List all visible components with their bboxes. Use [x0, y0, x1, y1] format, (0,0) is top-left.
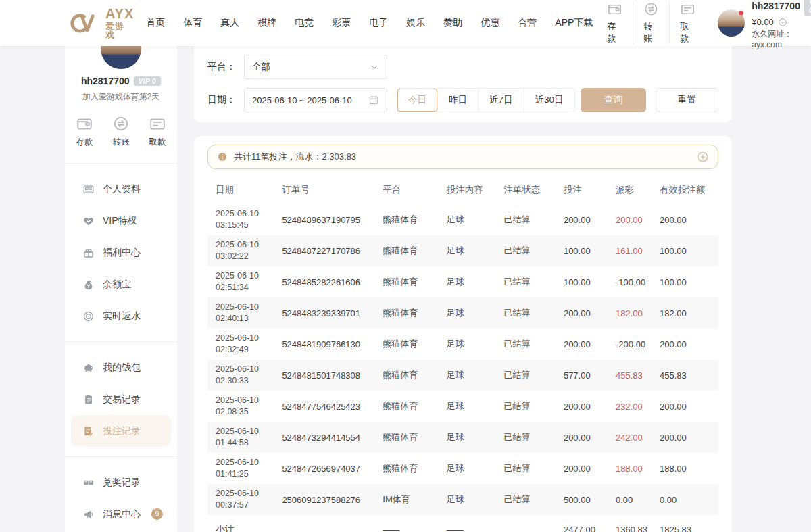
reset-button[interactable]: 重置	[656, 88, 718, 112]
cell-valid-amount: 455.83	[660, 360, 718, 391]
cell-order-number: 5248485282261606	[282, 266, 383, 297]
platform-label: 平台：	[207, 61, 244, 73]
nav-item-slots[interactable]: 电子	[365, 13, 392, 33]
cell-bet-content: 足球	[447, 266, 504, 297]
username: hh2817700	[752, 0, 800, 12]
table-row: 2025-06-1003:02:225248487227170786熊猫体育足球…	[207, 235, 718, 266]
sidebar-withdraw-button[interactable]: 取款	[149, 115, 166, 148]
cell-platform: 熊猫体育	[383, 204, 447, 235]
cell-platform: 熊猫体育	[383, 329, 447, 360]
subtotal-row: 小计————2477.001360.831825.83	[207, 515, 718, 532]
cell-order-number: 5248473294414554	[282, 422, 383, 453]
nav-item-chess[interactable]: 棋牌	[253, 13, 280, 33]
divider	[65, 163, 177, 164]
expand-plus-icon[interactable]	[697, 151, 709, 163]
range-last30-button[interactable]: 近30日	[524, 89, 574, 112]
refresh-balance-icon[interactable]	[778, 18, 787, 27]
range-last7-button[interactable]: 近7日	[478, 89, 524, 112]
cell-platform: 熊猫体育	[383, 360, 447, 391]
column-header: 投注	[564, 176, 616, 204]
range-yesterday-button[interactable]: 昨日	[437, 89, 478, 112]
brand-logo[interactable]: AYX 爱游戏	[65, 7, 134, 39]
sidebar-item-bet-records[interactable]: 投注记录	[71, 415, 171, 447]
cell-valid-amount: 0.00	[660, 484, 718, 515]
transfer-label: 转账	[643, 20, 659, 45]
sidebar-item-rebate[interactable]: 实时返水	[71, 300, 171, 332]
table-row: 2025-06-1003:15:455248489637190795熊猫体育足球…	[207, 204, 718, 235]
cell-payout: -100.00	[616, 266, 660, 297]
cell-valid-amount: 200.00	[660, 329, 718, 360]
nav-item-lottery[interactable]: 彩票	[328, 13, 355, 33]
subtotal-content: ——	[447, 515, 504, 532]
filter-panel: 平台： 全部 日期： 2025-06-10 ~ 2025-06-10 今日昨日近…	[194, 46, 732, 122]
sidebar-username: hh2817700	[81, 76, 130, 87]
date-range-input[interactable]: 2025-06-10 ~ 2025-06-10	[244, 88, 387, 112]
cell-order-number: 5248481501748308	[282, 360, 383, 391]
sidebar-item-transactions[interactable]: 交易记录	[71, 383, 171, 415]
date-range-value: 2025-06-10 ~ 2025-06-10	[252, 95, 352, 105]
withdraw-button[interactable]: 取款	[669, 1, 706, 45]
cell-valid-amount: 200.00	[660, 204, 718, 235]
nav-item-esports[interactable]: 电竞	[291, 13, 318, 33]
cell-date: 2025-06-1001:41:25	[207, 453, 282, 484]
subtotal-platform: ——	[383, 515, 447, 532]
nav-item-sponsor[interactable]: 赞助	[439, 13, 466, 33]
sidebar-item-wallet[interactable]: 我的钱包	[71, 352, 171, 383]
cell-platform: 熊猫体育	[383, 453, 447, 484]
subtotal-label: 小计	[207, 515, 282, 532]
query-button[interactable]: 查询	[581, 88, 646, 112]
cell-order-number: 5248487227170786	[282, 235, 383, 266]
sidebar-item-label: 实时返水	[103, 310, 141, 322]
nav-item-sports[interactable]: 体育	[179, 13, 206, 33]
sidebar-item-label: 交易记录	[103, 393, 141, 406]
sidebar-item-message-center[interactable]: 消息中心9	[71, 498, 171, 530]
nav-item-home[interactable]: 首页	[142, 13, 169, 33]
subtotal-order	[282, 515, 383, 532]
sidebar-item-yuebao[interactable]: 余额宝	[71, 268, 171, 300]
sidebar-deposit-button[interactable]: 存款	[76, 115, 93, 148]
nav-item-live[interactable]: 真人	[216, 13, 243, 33]
sidebar: hh2817700 VIP 0 加入爱游戏体育第2天 存款转账取款 个人资料VI…	[65, 46, 177, 532]
quick-range-group: 今日昨日近7日近30日	[397, 88, 575, 112]
cell-bet-amount: 500.00	[564, 484, 616, 515]
date-label: 日期：	[207, 94, 244, 106]
platform-select[interactable]: 全部	[244, 55, 387, 79]
sidebar-item-label: 个人资料	[103, 183, 141, 195]
sidebar-item-label: VIP特权	[103, 215, 137, 227]
table-row: 2025-06-1002:08:355248477546425423熊猫体育足球…	[207, 391, 718, 422]
cell-valid-amount: 100.00	[660, 266, 718, 297]
sidebar-item-prize-records[interactable]: 兑奖记录	[71, 466, 171, 498]
table-row: 2025-06-1001:44:585248473294414554熊猫体育足球…	[207, 422, 718, 453]
cell-payout: 242.00	[616, 422, 660, 453]
cell-platform: 熊猫体育	[383, 391, 447, 422]
calendar-icon	[368, 95, 379, 105]
range-today-button[interactable]: 今日	[397, 89, 437, 112]
cell-status: 已结算	[503, 297, 563, 329]
sidebar-item-vip[interactable]: VIP特权	[71, 205, 171, 237]
cell-status: 已结算	[503, 360, 563, 391]
nav-item-app-download[interactable]: APP下载	[551, 13, 597, 33]
notification-badge: 9	[151, 508, 163, 520]
cell-status: 已结算	[503, 235, 563, 266]
cell-bet-content: 足球	[447, 360, 504, 391]
user-avatar[interactable]	[718, 9, 745, 37]
withdraw-icon	[680, 1, 695, 17]
sidebar-item-welfare[interactable]: 福利中心	[71, 237, 171, 268]
sidebar-item-profile[interactable]: 个人资料	[71, 173, 171, 205]
nav-item-affiliate[interactable]: 合营	[514, 13, 541, 33]
cell-bet-content: 足球	[447, 235, 504, 266]
menu-group: 兑奖记录消息中心9意见反馈	[65, 460, 177, 532]
deposit-label: 存款	[607, 20, 622, 45]
sidebar-transfer-button[interactable]: 转账	[112, 115, 130, 148]
cell-bet-content: 足球	[447, 484, 504, 515]
divider	[65, 341, 177, 342]
cell-valid-amount: 100.00	[660, 235, 718, 266]
nav-item-entertainment[interactable]: 娱乐	[402, 13, 429, 33]
cell-payout: -200.00	[616, 329, 660, 360]
nav-item-promotions[interactable]: 优惠	[476, 13, 503, 33]
wallet-icon	[607, 1, 622, 17]
cell-date: 2025-06-1001:44:58	[207, 422, 282, 453]
transfer-button[interactable]: 转账	[633, 1, 669, 45]
deposit-button[interactable]: 存款	[597, 1, 633, 45]
cell-platform: 熊猫体育	[383, 266, 447, 297]
